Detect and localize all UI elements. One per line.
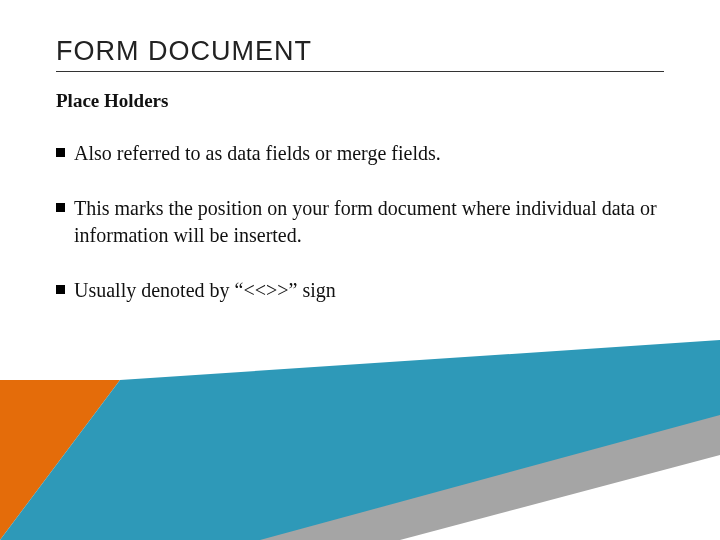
orange-polygon: [0, 380, 120, 540]
list-item: Also referred to as data fields or merge…: [56, 140, 664, 167]
bullet-text: Usually denoted by “<<>>” sign: [74, 279, 336, 301]
bullet-list: Also referred to as data fields or merge…: [56, 140, 664, 304]
bullet-text: Also referred to as data fields or merge…: [74, 142, 441, 164]
list-item: This marks the position on your form doc…: [56, 195, 664, 249]
bullet-icon: [56, 285, 65, 294]
slide-title: FORM DOCUMENT: [56, 36, 664, 67]
title-divider: [56, 71, 664, 72]
bullet-icon: [56, 148, 65, 157]
background-shapes: [0, 340, 720, 540]
slide-content: FORM DOCUMENT Place Holders Also referre…: [0, 0, 720, 304]
list-item: Usually denoted by “<<>>” sign: [56, 277, 664, 304]
teal-polygon: [0, 340, 720, 540]
gray-polygon: [240, 410, 720, 540]
bullet-icon: [56, 203, 65, 212]
bullet-text: This marks the position on your form doc…: [74, 197, 657, 246]
slide-subtitle: Place Holders: [56, 90, 664, 112]
